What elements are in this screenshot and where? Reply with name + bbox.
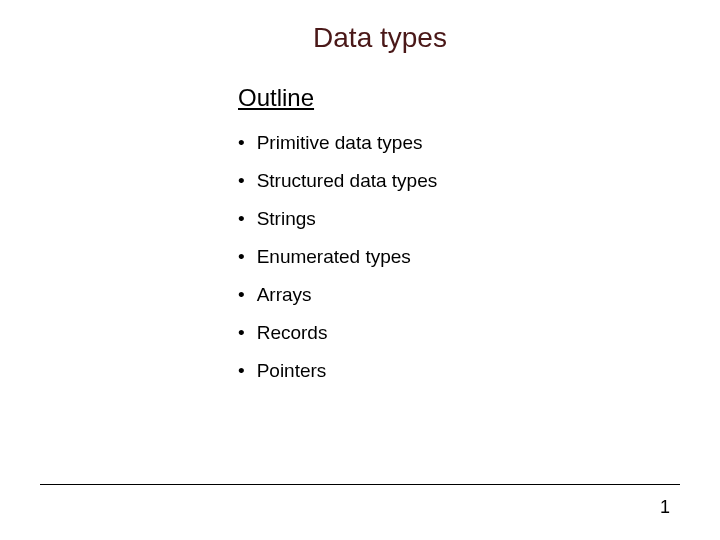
bullet-text: Pointers <box>257 360 327 382</box>
list-item: • Primitive data types <box>238 132 680 154</box>
list-item: • Structured data types <box>238 170 680 192</box>
content-area: Outline • Primitive data types • Structu… <box>238 84 680 382</box>
bullet-text: Structured data types <box>257 170 438 192</box>
bullet-icon: • <box>238 284 245 306</box>
list-item: • Records <box>238 322 680 344</box>
outline-heading: Outline <box>238 84 680 112</box>
list-item: • Pointers <box>238 360 680 382</box>
footer-divider <box>40 484 680 485</box>
bullet-text: Primitive data types <box>257 132 423 154</box>
bullet-icon: • <box>238 360 245 382</box>
bullet-icon: • <box>238 322 245 344</box>
bullet-icon: • <box>238 170 245 192</box>
bullet-text: Strings <box>257 208 316 230</box>
bullet-text: Arrays <box>257 284 312 306</box>
list-item: • Arrays <box>238 284 680 306</box>
bullet-text: Records <box>257 322 328 344</box>
bullet-list: • Primitive data types • Structured data… <box>238 132 680 382</box>
bullet-icon: • <box>238 132 245 154</box>
slide-title: Data types <box>80 22 680 54</box>
slide-container: Data types Outline • Primitive data type… <box>0 0 720 540</box>
list-item: • Strings <box>238 208 680 230</box>
page-number: 1 <box>660 497 670 518</box>
bullet-icon: • <box>238 246 245 268</box>
list-item: • Enumerated types <box>238 246 680 268</box>
bullet-text: Enumerated types <box>257 246 411 268</box>
bullet-icon: • <box>238 208 245 230</box>
